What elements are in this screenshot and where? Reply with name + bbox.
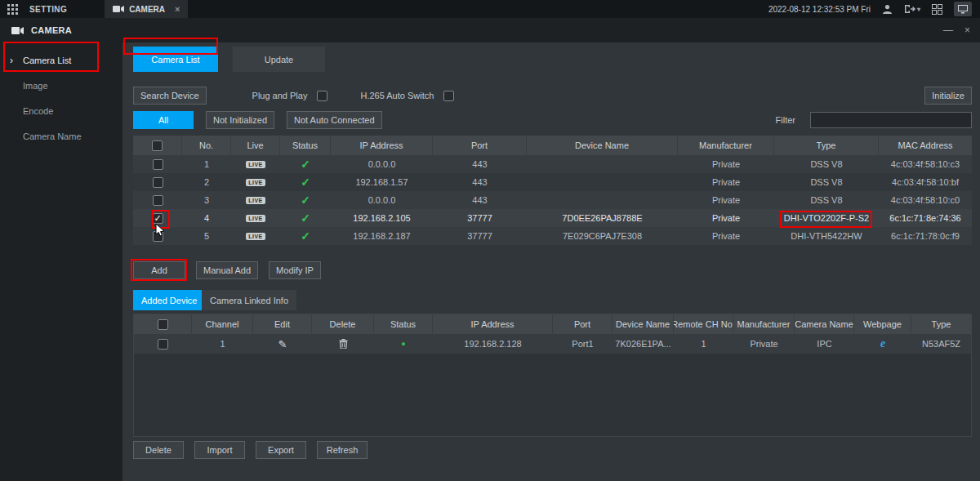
col-channel: Channel — [192, 314, 253, 334]
filter-all-button[interactable]: All — [133, 111, 194, 129]
col-ip-address: IP Address — [331, 136, 433, 155]
logout-icon[interactable]: ▾ — [904, 4, 920, 14]
select-all-checkbox[interactable]: ✓ — [158, 319, 168, 330]
col-status: Status — [374, 314, 433, 334]
tab-added-device[interactable]: Added Device — [133, 290, 206, 310]
window-titlebar: CAMERA — × — [0, 18, 980, 42]
live-badge[interactable]: LIVE — [246, 215, 265, 222]
tab-camera-linked-info[interactable]: Camera Linked Info — [202, 290, 296, 310]
col-device-name: Device Name — [527, 136, 678, 155]
sidebar-item-label: Camera List — [23, 56, 71, 65]
cell-mac: 4c:03:4f:58:10:bf — [879, 173, 972, 191]
cell-type: DSS V8 — [774, 155, 879, 173]
live-badge[interactable]: LIVE — [246, 179, 265, 186]
modify-ip-button[interactable]: Modify IP — [269, 261, 321, 279]
cell-live: LIVE — [231, 209, 280, 227]
cell-manufacturer: Private — [678, 227, 774, 245]
top-taskbar: SETTING CAMERA × 2022-08-12 12:32:53 PM … — [0, 0, 980, 18]
tab-camera-list[interactable]: Camera List — [133, 47, 218, 72]
camera-taskbar-tab[interactable]: CAMERA × — [105, 0, 188, 18]
sidebar-item-encode[interactable]: Encode — [0, 98, 122, 123]
row-checkbox[interactable]: ✓ — [153, 159, 163, 170]
table-row[interactable]: ✓ 1 ✎ ● 192.168.2.128 Port1 7K026E1PA...… — [134, 334, 971, 354]
table-row[interactable]: ✓ 5 LIVE ✓ 192.168.2.187 37777 7E029C6PA… — [133, 227, 972, 245]
cell-edit: ✎ — [253, 334, 312, 354]
cell-status: ✓ — [280, 227, 331, 245]
cell-port: 443 — [433, 155, 527, 173]
select-all-checkbox[interactable]: ✓ — [152, 140, 163, 151]
delete-button[interactable]: Delete — [133, 441, 184, 459]
live-badge[interactable]: LIVE — [246, 233, 265, 240]
row-checkbox[interactable]: ✓ — [153, 195, 163, 206]
sidebar: › Camera List Image Encode Camera Name — [0, 42, 122, 481]
col-mac-address: MAC Address — [879, 136, 972, 155]
sidebar-item-camera-list[interactable]: › Camera List — [0, 47, 122, 73]
status-ok-icon: ✓ — [301, 229, 310, 243]
close-icon[interactable]: × — [964, 24, 970, 36]
table-row[interactable]: ✓ 1 LIVE ✓ 0.0.0.0 443 Private DSS V8 4c… — [133, 155, 972, 173]
cell-no: 3 — [182, 191, 231, 209]
webpage-browser-icon[interactable]: e — [880, 337, 885, 350]
refresh-button[interactable]: Refresh — [317, 441, 368, 459]
export-button[interactable]: Export — [256, 441, 306, 459]
user-icon[interactable] — [882, 4, 893, 15]
add-button[interactable]: Add — [133, 261, 185, 279]
status-ok-icon: ✓ — [301, 158, 310, 171]
trash-icon[interactable] — [339, 339, 348, 349]
sidebar-item-camera-name[interactable]: Camera Name — [0, 123, 122, 149]
col-delete: Delete — [312, 314, 374, 334]
cell-manufacturer: Private — [733, 334, 795, 354]
h265-auto-switch-checkbox[interactable]: ✓ — [443, 91, 454, 101]
row-checkbox[interactable]: ✓ — [153, 177, 163, 188]
col-ip-address: IP Address — [433, 314, 553, 334]
live-badge[interactable]: LIVE — [246, 197, 265, 204]
row-select-cell: ✓ — [133, 173, 182, 191]
initialize-button[interactable]: Initialize — [924, 87, 972, 105]
cell-manufacturer: Private — [678, 155, 774, 173]
channels-grid-icon[interactable] — [932, 4, 942, 15]
table-row[interactable]: ✓ 3 LIVE ✓ 0.0.0.0 443 Private DSS V8 4c… — [133, 191, 972, 209]
table-row-selected[interactable]: ✓ 4 LIVE ✓ 192.168.2.105 37777 7D0EE26PA… — [133, 209, 972, 227]
search-device-button[interactable]: Search Device — [133, 87, 207, 105]
filter-not-auto-connected-button[interactable]: Not Auto Connected — [287, 111, 381, 129]
cell-manufacturer: Private — [678, 173, 774, 191]
cell-mac: 6c:1c:71:8e:74:36 — [879, 209, 972, 227]
apps-grid-icon[interactable] — [7, 4, 18, 15]
manual-add-button[interactable]: Manual Add — [196, 261, 258, 279]
cell-ip: 192.168.1.57 — [331, 173, 433, 191]
sidebar-item-label: Image — [23, 81, 48, 91]
cell-channel: 1 — [192, 334, 253, 354]
cell-status: ✓ — [280, 155, 331, 173]
live-badge[interactable]: LIVE — [246, 161, 265, 168]
cell-type: DHI-VTH5422HW — [774, 227, 879, 245]
status-online-icon: ● — [401, 340, 405, 348]
added-table-header: ✓ Channel Edit Delete Status IP Address … — [134, 314, 971, 334]
row-checkbox[interactable]: ✓ — [158, 339, 168, 350]
col-manufacturer: Manufacturer — [733, 314, 795, 334]
table-row[interactable]: ✓ 2 LIVE ✓ 192.168.1.57 443 Private DSS … — [133, 173, 972, 191]
sidebar-item-image[interactable]: Image — [0, 73, 122, 98]
cell-live: LIVE — [231, 227, 280, 245]
tab-close-icon[interactable]: × — [175, 4, 180, 14]
camera-taskbar-tab-label: CAMERA — [129, 5, 165, 14]
minimize-icon[interactable]: — — [943, 24, 953, 36]
cell-delete — [312, 334, 374, 354]
monitor-icon[interactable] — [954, 2, 972, 16]
row-checkbox-checked[interactable]: ✓ — [153, 213, 163, 224]
filter-input[interactable] — [810, 112, 972, 128]
edit-icon[interactable]: ✎ — [278, 338, 287, 350]
import-button[interactable]: Import — [194, 441, 245, 459]
cell-remote-ch-no: 1 — [674, 334, 733, 354]
cell-webpage: e — [854, 334, 911, 354]
tab-update[interactable]: Update — [233, 47, 325, 72]
col-edit: Edit — [253, 314, 312, 334]
cell-mac: 4c:03:4f:58:10:c0 — [879, 191, 972, 209]
setting-menu[interactable]: SETTING — [29, 5, 67, 14]
cell-no: 4 — [182, 209, 231, 227]
filter-not-initialized-button[interactable]: Not Initialized — [206, 111, 274, 129]
col-camera-name: Camera Name — [795, 314, 854, 334]
cell-type: DSS V8 — [774, 191, 879, 209]
plug-and-play-checkbox[interactable]: ✓ — [317, 91, 327, 101]
cell-ip: 0.0.0.0 — [331, 191, 433, 209]
cell-device-name: 7D0EE26PAJ8788E — [527, 209, 678, 227]
